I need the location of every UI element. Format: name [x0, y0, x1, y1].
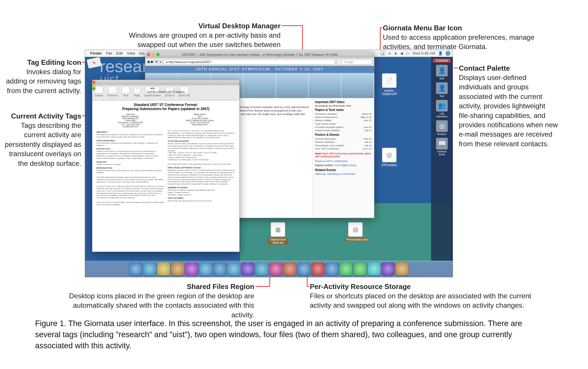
desktop-icon-key[interactable]: ▤ Presentation.key	[345, 222, 366, 241]
desktop-screenshot: Finder File Edit View Go Window Help △ ⧺…	[85, 50, 453, 277]
user-icon[interactable]: 👤	[438, 51, 443, 55]
volume-icon[interactable]: ◀	[400, 51, 403, 55]
dock-icon[interactable]	[368, 262, 381, 275]
contact-sue[interactable]: 👤Sue	[435, 82, 449, 98]
desktop-icon-webloc[interactable]: @ CFP.webloc	[379, 148, 400, 167]
annotation-resource-storage: Per-Activity Resource Storage Files or s…	[310, 283, 541, 310]
close-icon[interactable]	[92, 81, 96, 84]
pdf-window[interactable]: activity-chapter.pdf (3 pages) Drawer Pr…	[92, 80, 240, 252]
zoom-icon[interactable]	[92, 87, 96, 90]
dock-icon[interactable]	[298, 262, 310, 275]
back-button[interactable]: ◀	[147, 60, 149, 64]
link-tabletop[interactable]: TableTop: Workshop on Horizontal	[315, 173, 355, 175]
dock-icon[interactable]	[157, 262, 170, 275]
dock-icon[interactable]	[340, 262, 352, 275]
annotation-shared-files-region: Shared Files Region Desktop icons placed…	[53, 283, 254, 320]
minimize-icon[interactable]	[92, 84, 96, 87]
dock-icon[interactable]	[227, 262, 240, 275]
bluetooth-icon[interactable]: ⧺	[388, 51, 391, 55]
dock-icon[interactable]	[326, 262, 338, 275]
dock-icon[interactable]	[185, 262, 198, 275]
keynote-icon: ▤	[348, 222, 363, 237]
contacts-header: Contacts	[433, 59, 450, 62]
zoom-icon[interactable]	[156, 53, 160, 56]
dock-icon[interactable]	[396, 262, 409, 275]
dock-icon[interactable]	[255, 262, 268, 275]
desktop-icon-xls[interactable]: ▦ Deployment Stats.xls	[268, 222, 288, 245]
contact-palette: Contacts 👤Bob 👤Sue 👥Lab Members ◎Bonjour…	[431, 57, 453, 261]
close-icon[interactable]	[147, 53, 150, 56]
dock-icon[interactable]	[171, 262, 184, 275]
pdf-page: Standard UIST '07 Conference Format: Pre…	[92, 100, 239, 252]
spreadsheet-icon: ▦	[271, 222, 285, 237]
dock-icon[interactable]	[312, 262, 324, 275]
add-button[interactable]: +	[160, 60, 161, 64]
file-icon: 📄	[382, 73, 397, 88]
figure-caption: Figure 1. The Giornata user interface. I…	[35, 318, 541, 351]
browser-toolbar: ◀ ▶ ⟳ + ● http://www.acm.org/uist/uist20…	[145, 58, 374, 66]
menu-view[interactable]: View	[127, 51, 135, 55]
dock	[85, 261, 453, 277]
menu-file[interactable]: File	[106, 51, 112, 55]
dock-icon[interactable]	[143, 262, 156, 275]
battery-icon[interactable]: ▭	[406, 51, 409, 55]
giornata-menubar-icon[interactable]: △	[381, 51, 385, 55]
contact-lab-members[interactable]: 👥Lab Members	[435, 100, 449, 118]
clock[interactable]: Wed 4:46 AM	[412, 51, 435, 55]
contact-address-book[interactable]: 📖Address Book	[435, 138, 449, 156]
annotation-activity-tags: Current Activity Tags Tags describing th…	[0, 112, 81, 168]
webloc-icon: @	[382, 148, 397, 162]
dock-icon[interactable]	[241, 262, 254, 275]
annotation-tag-editing-icon: Tag Editing Icon Invokes dialog for addi…	[6, 58, 81, 95]
dock-icon[interactable]	[283, 262, 296, 275]
annotation-contact-palette: Contact Palette Displays user-defined in…	[459, 64, 558, 149]
search-input[interactable]: Q- Google	[337, 59, 372, 65]
link-prev-conf[interactable]: Previous UIST Conferences	[315, 160, 347, 163]
browser-titlebar[interactable]: UIST2007 – 20th Symposium on User Interf…	[145, 52, 374, 58]
url-input[interactable]: ● http://www.acm.org/uist/uist2007/	[163, 59, 335, 65]
contact-bob[interactable]: 👤Bob	[435, 65, 449, 80]
page-banner: 20TH ANNUAL UIST SYMPOSIUM · OCTOBER 7-1…	[145, 66, 374, 73]
wifi-icon[interactable]: ◈	[394, 51, 397, 55]
menu-app[interactable]: Finder	[90, 51, 102, 55]
dock-icon[interactable]	[199, 262, 212, 275]
annotation-menu-bar-icon: Giornata Menu Bar Icon Used to access ap…	[383, 24, 535, 52]
dock-icon[interactable]	[269, 262, 282, 275]
page-sidebar: Important 2007 Dates All deadlines are 5…	[313, 98, 374, 218]
link-acm-dl[interactable]: ACM Digital Library	[334, 164, 357, 167]
menu-go[interactable]: Go	[139, 51, 144, 55]
minimize-icon[interactable]	[152, 53, 155, 56]
spotlight-icon[interactable]: Q	[446, 51, 450, 56]
contact-bonjour[interactable]: ◎Bonjour	[435, 120, 449, 135]
pdf-titlebar[interactable]: activity-chapter.pdf (3 pages)	[92, 80, 239, 85]
reload-button[interactable]: ⟳	[155, 60, 158, 64]
desktop-icon-pdf[interactable]: 📄 activity-chapter.pdf	[379, 73, 400, 96]
menu-edit[interactable]: Edit	[116, 51, 123, 55]
dock-icon[interactable]	[382, 262, 395, 275]
dock-icon[interactable]	[213, 262, 226, 275]
dock-icon[interactable]	[354, 262, 366, 275]
forward-button[interactable]: ▶	[151, 60, 153, 64]
dock-icon[interactable]	[129, 262, 142, 275]
